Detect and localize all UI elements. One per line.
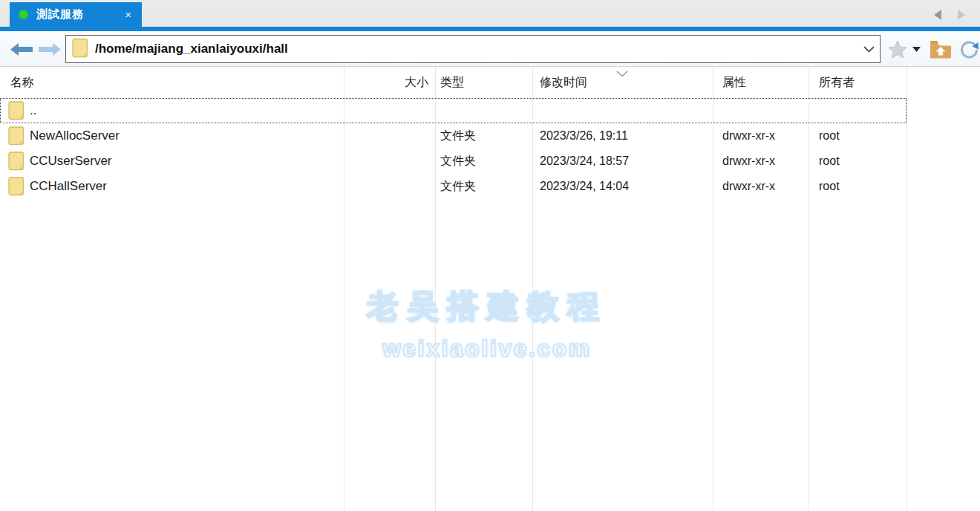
address-bar: [65, 35, 881, 63]
file-name: CCHallServer: [30, 179, 107, 194]
session-tab[interactable]: 測試服務 ×: [10, 2, 142, 27]
session-tab-label: 測試服務: [36, 7, 84, 22]
file-mtime: 2023/3/24, 18:57: [532, 149, 713, 174]
file-type: 文件夹: [435, 174, 532, 199]
file-attrs: [713, 98, 808, 123]
column-header-attrs[interactable]: 属性: [713, 67, 808, 98]
file-attrs: drwxr-xr-x: [713, 149, 808, 174]
current-folder-icon: [72, 38, 88, 61]
file-size: [344, 174, 435, 199]
column-gridline: [906, 67, 907, 511]
file-name: CCUserServer: [30, 154, 112, 169]
file-row[interactable]: CCUserServer 文件夹 2023/3/24, 18:57 drwxr-…: [0, 149, 906, 174]
file-mtime: 2023/3/26, 19:11: [532, 123, 713, 149]
file-owner: root: [808, 149, 906, 174]
file-name: NewAllocServer: [30, 128, 120, 143]
tab-close-icon[interactable]: ×: [125, 9, 131, 20]
watermark-line2: weixiaolive.com: [367, 336, 607, 362]
file-row[interactable]: CCHallServer 文件夹 2023/3/24, 14:04 drwxr-…: [0, 174, 906, 199]
tab-scroll-right-icon[interactable]: [954, 7, 969, 22]
bookmark-dropdown-icon[interactable]: [910, 39, 922, 59]
file-attrs: drwxr-xr-x: [713, 174, 808, 199]
refresh-icon[interactable]: [958, 39, 980, 59]
app-window: 測試服務 ×: [0, 0, 980, 511]
path-input[interactable]: [95, 38, 858, 60]
file-type: 文件夹: [435, 123, 532, 149]
file-name: ..: [30, 103, 36, 118]
watermark-line1: 老吴搭建教程: [367, 285, 607, 328]
back-icon[interactable]: [9, 39, 34, 59]
address-dropdown-icon[interactable]: [858, 36, 880, 62]
file-list-rows: .. NewAllocServer 文件夹 2023/3/26, 19:11 d…: [0, 98, 906, 199]
file-size: [344, 149, 435, 174]
column-header-name[interactable]: 名称: [0, 67, 344, 98]
remote-file-panel: 名称 大小 类型 修改时间 属性 所有者 ..: [0, 67, 980, 511]
tab-scroll-left-icon[interactable]: [930, 7, 945, 22]
file-row[interactable]: NewAllocServer 文件夹 2023/3/26, 19:11 drwx…: [0, 123, 906, 149]
file-mtime: [532, 98, 713, 123]
column-header-type[interactable]: 类型: [435, 67, 532, 98]
column-header-row: 名称 大小 类型 修改时间 属性 所有者: [0, 67, 906, 98]
forward-icon[interactable]: [37, 39, 62, 59]
location-toolbar: [0, 31, 980, 67]
file-mtime: 2023/3/24, 14:04: [532, 174, 713, 199]
column-header-size[interactable]: 大小: [344, 67, 435, 98]
file-size: [344, 98, 435, 123]
file-owner: root: [808, 174, 906, 199]
file-owner: [808, 98, 906, 123]
connection-status-icon: [19, 10, 28, 19]
file-type: 文件夹: [435, 149, 532, 174]
sort-indicator-icon: [616, 67, 628, 80]
file-owner: root: [808, 123, 906, 149]
file-type: [435, 98, 532, 123]
column-header-owner[interactable]: 所有者: [808, 67, 906, 98]
file-row[interactable]: ..: [0, 98, 906, 123]
tab-bar: 測試服務 ×: [0, 0, 980, 27]
file-size: [344, 123, 435, 149]
home-directory-icon[interactable]: [928, 39, 953, 59]
bookmark-star-icon[interactable]: [886, 39, 909, 59]
watermark: 老吴搭建教程 weixiaolive.com: [367, 285, 607, 362]
file-attrs: drwxr-xr-x: [713, 123, 808, 149]
